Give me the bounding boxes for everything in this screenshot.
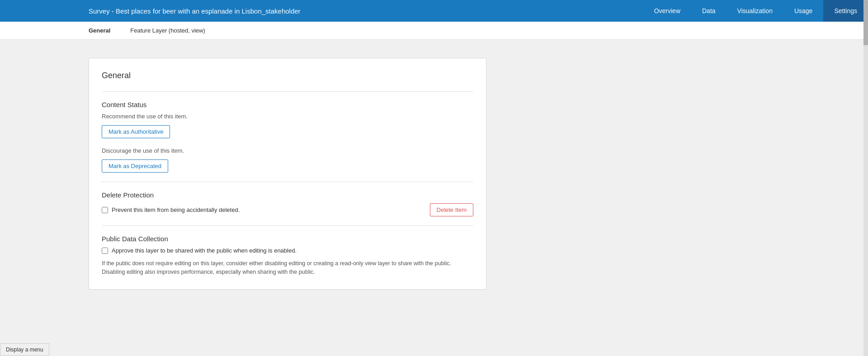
scrollbar-area[interactable]: [863, 0, 868, 356]
panel-title: General: [102, 71, 473, 80]
settings-panel: General Content Status Recommend the use…: [89, 58, 486, 290]
public-data-title: Public Data Collection: [102, 235, 473, 243]
public-data-section: Public Data Collection Approve this laye…: [102, 235, 473, 276]
nav-tab-data[interactable]: Data: [691, 0, 726, 22]
delete-protection-section: Delete Protection Prevent this item from…: [102, 191, 473, 216]
deprecated-description: Discourage the use of this item.: [102, 147, 473, 154]
content-status-section: Content Status Recommend the use of this…: [102, 101, 473, 173]
main-content: General Content Status Recommend the use…: [0, 40, 868, 356]
scrollbar-thumb[interactable]: [863, 0, 868, 45]
authoritative-block: Recommend the use of this item. Mark as …: [102, 113, 473, 138]
mark-authoritative-button[interactable]: Mark as Authoritative: [102, 125, 170, 138]
public-data-checkbox[interactable]: [102, 248, 108, 254]
divider-middle: [102, 182, 473, 182]
page-title: Survey - Best places for beer with an es…: [89, 7, 643, 15]
sub-header-separator: [119, 27, 121, 34]
public-data-description: If the public does not require editing o…: [102, 259, 473, 276]
delete-protection-title: Delete Protection: [102, 191, 473, 199]
content-status-title: Content Status: [102, 101, 473, 108]
display-menu-button[interactable]: Display a menu: [0, 343, 49, 356]
divider-bottom: [102, 225, 473, 226]
sub-header: General Feature Layer (hosted, view): [0, 22, 868, 40]
mark-deprecated-button[interactable]: Mark as Deprecated: [102, 159, 168, 173]
sub-header-general[interactable]: General: [89, 27, 110, 34]
delete-protection-checkbox[interactable]: [102, 207, 108, 213]
public-data-checkbox-label[interactable]: Approve this layer to be shared with the…: [102, 247, 473, 254]
divider-top: [102, 91, 473, 92]
nav-tab-usage[interactable]: Usage: [783, 0, 823, 22]
delete-protection-label-text: Prevent this item from being accidentall…: [112, 206, 240, 213]
deprecated-block: Discourage the use of this item. Mark as…: [102, 147, 473, 173]
public-data-label-text: Approve this layer to be shared with the…: [112, 247, 297, 254]
delete-protection-row: Prevent this item from being accidentall…: [102, 203, 473, 216]
nav-tab-visualization[interactable]: Visualization: [726, 0, 783, 22]
delete-protection-checkbox-label[interactable]: Prevent this item from being accidentall…: [102, 206, 240, 213]
main-nav: Overview Data Visualization Usage Settin…: [643, 0, 868, 22]
app-header: Survey - Best places for beer with an es…: [0, 0, 868, 22]
sub-header-feature-layer[interactable]: Feature Layer (hosted, view): [130, 27, 205, 34]
authoritative-description: Recommend the use of this item.: [102, 113, 473, 120]
nav-tab-overview[interactable]: Overview: [643, 0, 691, 22]
delete-item-button[interactable]: Delete Item: [430, 203, 473, 216]
nav-tab-settings[interactable]: Settings: [823, 0, 868, 22]
